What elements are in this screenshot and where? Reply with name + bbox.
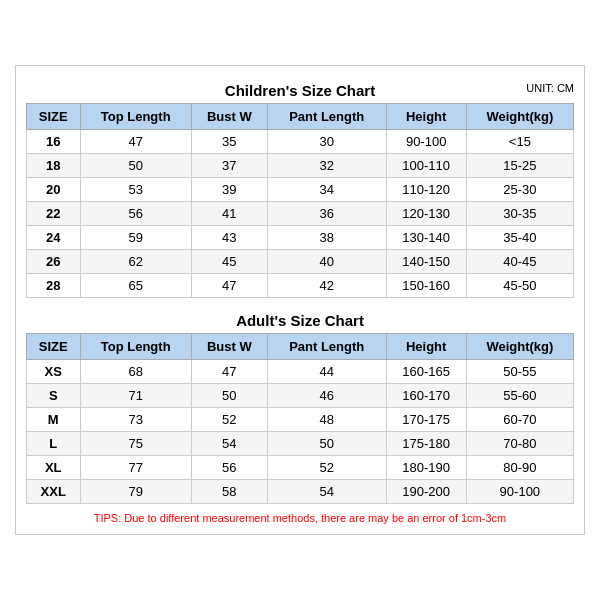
- table-cell: 77: [80, 456, 191, 480]
- table-cell: 20: [27, 178, 81, 202]
- table-cell: 65: [80, 274, 191, 298]
- table-cell: <15: [466, 130, 573, 154]
- table-cell: 58: [191, 480, 267, 504]
- table-row: L755450175-18070-80: [27, 432, 574, 456]
- table-row: XXL795854190-20090-100: [27, 480, 574, 504]
- chart-container: Children's Size Chart UNIT: CM SIZE Top …: [15, 65, 585, 535]
- table-cell: 30: [267, 130, 386, 154]
- adult-col-bust-w: Bust W: [191, 334, 267, 360]
- table-cell: 25-30: [466, 178, 573, 202]
- table-cell: 90-100: [466, 480, 573, 504]
- adult-col-pant-length: Pant Length: [267, 334, 386, 360]
- table-cell: 35: [191, 130, 267, 154]
- table-cell: 55-60: [466, 384, 573, 408]
- table-cell: 43: [191, 226, 267, 250]
- table-cell: 28: [27, 274, 81, 298]
- adult-col-weight: Weight(kg): [466, 334, 573, 360]
- children-section-title: Children's Size Chart UNIT: CM: [26, 76, 574, 103]
- adult-col-size: SIZE: [27, 334, 81, 360]
- table-cell: 190-200: [386, 480, 466, 504]
- table-cell: 56: [80, 202, 191, 226]
- table-cell: 36: [267, 202, 386, 226]
- unit-label: UNIT: CM: [526, 82, 574, 94]
- col-bust-w: Bust W: [191, 104, 267, 130]
- table-cell: 22: [27, 202, 81, 226]
- table-cell: 39: [191, 178, 267, 202]
- table-cell: XS: [27, 360, 81, 384]
- adult-col-top-length: Top Length: [80, 334, 191, 360]
- table-cell: 41: [191, 202, 267, 226]
- children-header-row: SIZE Top Length Bust W Pant Length Heigh…: [27, 104, 574, 130]
- table-cell: 140-150: [386, 250, 466, 274]
- children-title-text: Children's Size Chart: [225, 82, 375, 99]
- table-cell: 45: [191, 250, 267, 274]
- adult-section-title: Adult's Size Chart: [26, 306, 574, 333]
- table-row: 20533934110-12025-30: [27, 178, 574, 202]
- table-cell: 37: [191, 154, 267, 178]
- table-cell: 50: [191, 384, 267, 408]
- table-cell: 52: [191, 408, 267, 432]
- table-cell: 26: [27, 250, 81, 274]
- table-cell: 38: [267, 226, 386, 250]
- table-cell: 68: [80, 360, 191, 384]
- table-cell: 18: [27, 154, 81, 178]
- table-cell: 47: [191, 360, 267, 384]
- table-cell: 30-35: [466, 202, 573, 226]
- table-cell: XXL: [27, 480, 81, 504]
- adult-title-text: Adult's Size Chart: [236, 312, 364, 329]
- adult-header-row: SIZE Top Length Bust W Pant Length Heigh…: [27, 334, 574, 360]
- tips-text: TIPS: Due to different measurement metho…: [26, 512, 574, 524]
- table-cell: 53: [80, 178, 191, 202]
- table-row: 22564136120-13030-35: [27, 202, 574, 226]
- table-row: 26624540140-15040-45: [27, 250, 574, 274]
- table-cell: 80-90: [466, 456, 573, 480]
- adult-section: Adult's Size Chart SIZE Top Length Bust …: [26, 306, 574, 504]
- table-cell: 70-80: [466, 432, 573, 456]
- table-cell: 180-190: [386, 456, 466, 480]
- table-cell: 32: [267, 154, 386, 178]
- table-cell: 120-130: [386, 202, 466, 226]
- table-cell: 50: [80, 154, 191, 178]
- table-cell: 175-180: [386, 432, 466, 456]
- children-table: SIZE Top Length Bust W Pant Length Heigh…: [26, 103, 574, 298]
- table-cell: 56: [191, 456, 267, 480]
- table-cell: 60-70: [466, 408, 573, 432]
- table-row: 28654742150-16045-50: [27, 274, 574, 298]
- adult-col-height: Height: [386, 334, 466, 360]
- table-cell: 47: [80, 130, 191, 154]
- table-row: M735248170-17560-70: [27, 408, 574, 432]
- table-cell: 45-50: [466, 274, 573, 298]
- table-row: 24594338130-14035-40: [27, 226, 574, 250]
- table-cell: 40: [267, 250, 386, 274]
- table-cell: 54: [191, 432, 267, 456]
- table-cell: M: [27, 408, 81, 432]
- table-cell: 71: [80, 384, 191, 408]
- table-cell: 59: [80, 226, 191, 250]
- table-cell: 79: [80, 480, 191, 504]
- col-pant-length: Pant Length: [267, 104, 386, 130]
- table-cell: S: [27, 384, 81, 408]
- table-cell: 16: [27, 130, 81, 154]
- table-cell: 110-120: [386, 178, 466, 202]
- table-cell: 48: [267, 408, 386, 432]
- table-row: 18503732100-11015-25: [27, 154, 574, 178]
- table-cell: 130-140: [386, 226, 466, 250]
- table-cell: 54: [267, 480, 386, 504]
- col-weight: Weight(kg): [466, 104, 573, 130]
- table-cell: 62: [80, 250, 191, 274]
- col-size: SIZE: [27, 104, 81, 130]
- table-cell: 15-25: [466, 154, 573, 178]
- table-cell: 150-160: [386, 274, 466, 298]
- table-cell: 170-175: [386, 408, 466, 432]
- table-cell: 100-110: [386, 154, 466, 178]
- table-cell: XL: [27, 456, 81, 480]
- table-row: XS684744160-16550-55: [27, 360, 574, 384]
- table-cell: 35-40: [466, 226, 573, 250]
- adult-table: SIZE Top Length Bust W Pant Length Heigh…: [26, 333, 574, 504]
- table-cell: 160-170: [386, 384, 466, 408]
- table-cell: 40-45: [466, 250, 573, 274]
- col-top-length: Top Length: [80, 104, 191, 130]
- table-row: S715046160-17055-60: [27, 384, 574, 408]
- table-cell: 90-100: [386, 130, 466, 154]
- table-cell: 34: [267, 178, 386, 202]
